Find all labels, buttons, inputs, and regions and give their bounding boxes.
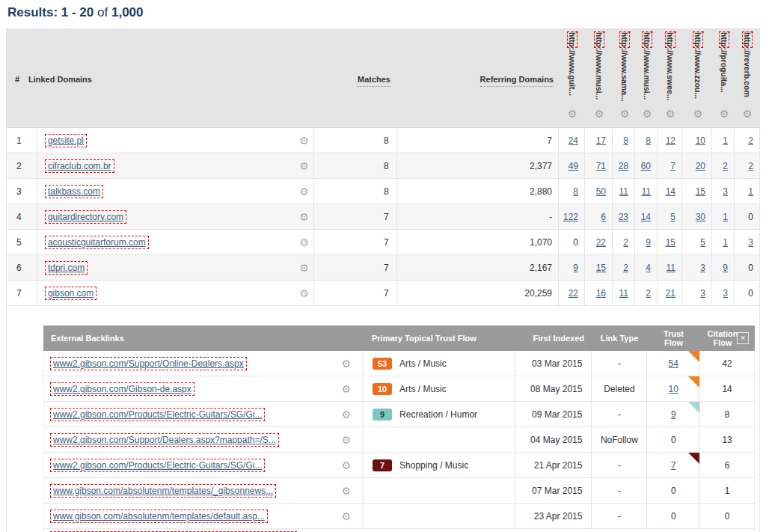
match-count-link[interactable]: 20 [696, 161, 705, 171]
match-count-link[interactable]: 1 [723, 212, 728, 222]
match-count-link[interactable]: 2 [723, 161, 728, 171]
url-annotation-box: http [719, 31, 729, 48]
gear-icon[interactable]: ⚙ [561, 108, 583, 120]
trust-flow-link[interactable]: 54 [669, 358, 678, 369]
match-count-link[interactable]: 4 [646, 263, 651, 273]
match-count-link[interactable]: 11 [619, 288, 628, 299]
match-count-link[interactable]: 11 [642, 186, 651, 197]
gear-icon[interactable]: ⚙ [342, 485, 352, 497]
match-count-link[interactable]: 21 [666, 288, 675, 299]
topic-label: Shopping / Music [399, 460, 468, 471]
match-count-link[interactable]: 30 [696, 212, 705, 222]
linked-domain-link[interactable]: talkbass.com [45, 185, 103, 198]
match-count-link[interactable]: 9 [573, 263, 578, 273]
gear-icon[interactable]: ⚙ [299, 211, 309, 223]
match-count-link[interactable]: 15 [596, 263, 606, 273]
trust-flow-link[interactable]: 10 [669, 384, 678, 394]
gear-icon[interactable]: ⚙ [687, 108, 709, 120]
match-count-link[interactable]: 3 [700, 288, 705, 299]
column-header-referring-domains[interactable]: Referring Domains [480, 75, 554, 87]
match-count-link[interactable]: 15 [666, 237, 675, 248]
gear-icon[interactable]: ⚙ [342, 409, 352, 421]
backlink-url-link[interactable]: www2.gibson.com/Products/Electric-Guitar… [50, 459, 265, 472]
match-count-link[interactable]: 5 [670, 212, 675, 222]
trust-flow-link[interactable]: 7 [671, 460, 676, 471]
match-count-link[interactable]: 60 [641, 161, 651, 171]
match-count-link[interactable]: 1 [723, 135, 728, 146]
match-count-link[interactable]: 12 [666, 135, 675, 146]
match-count-link[interactable]: 3 [723, 288, 728, 299]
gear-icon[interactable]: ⚙ [342, 510, 352, 522]
gear-icon[interactable]: ⚙ [299, 135, 309, 147]
gear-icon[interactable]: ⚙ [342, 358, 352, 370]
match-count-link[interactable]: 14 [666, 186, 675, 197]
gear-icon[interactable]: ⚙ [636, 108, 658, 120]
linked-domain-link[interactable]: tdpri.com [45, 261, 88, 275]
linked-domain-link[interactable]: getsite.pl [45, 134, 87, 147]
match-count-link[interactable]: 11 [619, 186, 628, 197]
backlink-url-link[interactable]: www2.gibson.com/Support/Online-Dealers.a… [50, 357, 247, 370]
gear-icon[interactable]: ⚙ [299, 262, 309, 274]
linked-domain-link[interactable]: guitardirectory.com [45, 210, 126, 224]
backlink-url-link[interactable]: www.gibson.com/absolutenm/templates/defa… [50, 510, 268, 523]
gear-icon[interactable]: ⚙ [736, 108, 759, 120]
gear-icon[interactable]: ⚙ [299, 236, 309, 248]
match-count-link[interactable]: 2 [646, 288, 651, 299]
match-count-link[interactable]: 2 [748, 135, 753, 146]
gear-icon[interactable]: ⚙ [299, 186, 309, 198]
match-count-link[interactable]: 11 [667, 263, 675, 273]
gear-icon[interactable]: ⚙ [659, 108, 681, 120]
gear-icon[interactable]: ⚙ [299, 160, 309, 172]
gear-icon[interactable]: ⚙ [342, 383, 352, 395]
gear-icon[interactable]: ⚙ [588, 108, 610, 120]
match-count-link[interactable]: 2 [748, 161, 753, 171]
match-count-link[interactable]: 2 [623, 237, 628, 248]
match-count-link[interactable]: 1 [723, 237, 728, 248]
match-count-link[interactable]: 3 [748, 237, 753, 248]
match-count-link[interactable]: 6 [601, 212, 606, 222]
trust-flow-corner-triangle [688, 376, 699, 388]
gear-icon[interactable]: ⚙ [713, 108, 735, 120]
gear-icon[interactable]: ⚙ [299, 287, 309, 299]
match-count-link[interactable]: 22 [596, 237, 606, 248]
match-count-link[interactable]: 22 [569, 288, 578, 299]
trust-flow-link[interactable]: 9 [671, 409, 676, 420]
match-count-link[interactable]: 17 [596, 135, 606, 146]
match-count-link[interactable]: 9 [646, 237, 651, 248]
gear-icon[interactable]: ⚙ [613, 108, 636, 120]
match-count-link[interactable]: 8 [573, 186, 578, 197]
match-count-link[interactable]: 14 [641, 212, 651, 222]
match-count-link[interactable]: 23 [619, 212, 628, 222]
match-count-link[interactable]: 7 [670, 161, 675, 171]
gear-icon[interactable]: ⚙ [342, 434, 352, 446]
match-count-link[interactable]: 5 [700, 237, 705, 248]
url-match-count-cell: 2 [735, 153, 759, 178]
close-icon[interactable]: × [737, 332, 749, 344]
backlink-url-link[interactable]: www.gibson.com/absolutenm/templates/_gib… [50, 484, 276, 498]
match-count-link[interactable]: 16 [596, 288, 606, 299]
match-count-link[interactable]: 28 [619, 161, 628, 171]
match-count-link[interactable]: 50 [596, 186, 606, 197]
linked-domain-link[interactable]: cifraclub.com.br [45, 159, 114, 173]
match-count-link[interactable]: 3 [723, 186, 728, 197]
match-count-link[interactable]: 71 [596, 161, 606, 171]
linked-domain-link[interactable]: acousticguitarforum.com [45, 236, 149, 249]
match-count-link[interactable]: 9 [723, 263, 728, 273]
topical-trust-flow-cell: 53Arts / Music [363, 351, 515, 376]
backlink-url-link[interactable]: www2.gibson.com/Gibson-de.aspx [50, 382, 194, 396]
match-count-link[interactable]: 10 [696, 135, 705, 146]
match-count-link[interactable]: 3 [700, 263, 705, 273]
backlink-url-link[interactable]: www2.gibson.com/Support/Dealers.aspx?map… [50, 433, 279, 447]
backlink-url-link[interactable]: www2.gibson.com/Products/Electric-Guitar… [50, 408, 265, 421]
match-count-link[interactable]: 8 [646, 135, 651, 146]
match-count-link[interactable]: 15 [696, 186, 705, 197]
match-count-link[interactable]: 24 [569, 135, 578, 146]
match-count-link[interactable]: 49 [569, 161, 578, 171]
column-header-matches[interactable]: Matches [358, 75, 390, 87]
linked-domain-link[interactable]: gibson.com [45, 287, 96, 300]
match-count-link[interactable]: 1 [748, 186, 753, 197]
match-count-link[interactable]: 122 [563, 212, 578, 222]
gear-icon[interactable]: ⚙ [342, 459, 352, 471]
match-count-link[interactable]: 2 [623, 263, 628, 273]
match-count-link[interactable]: 8 [623, 135, 628, 146]
